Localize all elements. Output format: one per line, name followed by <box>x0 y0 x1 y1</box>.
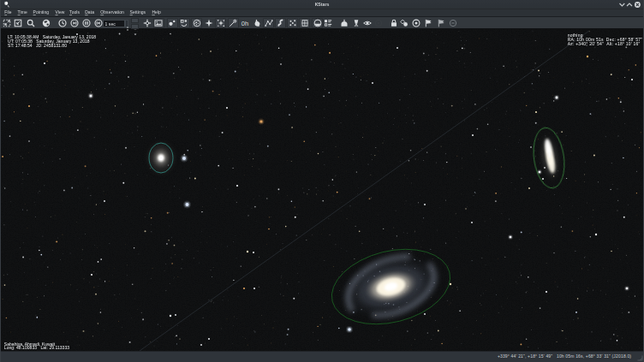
svg-text:View: View <box>56 9 65 15</box>
svg-text:Settings: Settings <box>130 9 146 15</box>
svg-text:Pointing: Pointing <box>33 9 50 15</box>
svg-text:1 sec: 1 sec <box>105 21 116 27</box>
svg-text:Help: Help <box>152 9 161 15</box>
svg-text:Long: 48.100833 Lat: 29.1133: Long: 48.100833 Lat: 29.113333 <box>4 345 69 350</box>
svg-text:Observation: Observation <box>100 9 124 15</box>
svg-text:Az: +340° 20' 54" Alt: +18° 1: Az: +340° 20' 54" Alt: +18° 10' 16" <box>568 41 641 46</box>
svg-text:0h: 0h <box>242 20 248 27</box>
svg-text:+339° 44' 21", +18° 15' 49": +339° 44' 21", +18° 15' 49" 10h 05m 16s,… <box>498 353 631 359</box>
svg-text:Data: Data <box>85 9 94 15</box>
svg-text:Time: Time <box>18 9 27 15</box>
svg-text:ST: 17:48:54 JD: 2458131.80: ST: 17:48:54 JD: 2458131.80 <box>8 43 67 48</box>
svg-text:File: File <box>4 9 11 15</box>
svg-text:Tools: Tools <box>69 9 80 15</box>
